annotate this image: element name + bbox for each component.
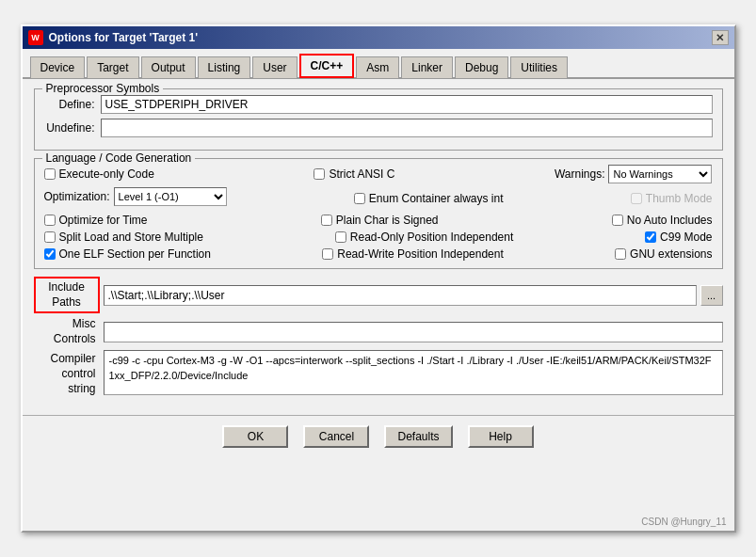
c99-mode-row: C99 Mode [645,231,712,244]
tab-debug[interactable]: Debug [455,56,508,78]
close-button[interactable]: ✕ [712,30,729,45]
enum-container-checkbox[interactable] [354,193,365,204]
gnu-extensions-checkbox[interactable] [615,248,626,260]
preprocessor-group: Preprocessor Symbols Define: Undefine: [34,88,723,151]
bottom-bar: OK Cancel Defaults Help [23,415,734,455]
dialog-title: Options for Target 'Target 1' [49,31,199,44]
optimize-time-row: Optimize for Time [44,214,148,227]
compiler-string: -c99 -c -cpu Cortex-M3 -g -W -O1 --apcs=… [104,350,723,395]
optimization-row: Optimization: Level 0 (-O0) Level 1 (-O1… [44,187,227,206]
thumb-mode-row: Thumb Mode [631,192,713,205]
tab-user[interactable]: User [252,56,297,78]
define-label: Define: [44,98,101,111]
split-load-store-checkbox[interactable] [44,231,56,243]
tab-bar: Device Target Output Listing User C/C++ … [23,49,734,79]
execute-only-row: Execute-only Code [44,167,154,181]
thumb-mode-label: Thumb Mode [646,192,713,205]
plain-char-label: Plain Char is Signed [336,214,439,227]
gnu-extensions-label: GNU extensions [630,247,712,261]
optimize-time-label: Optimize for Time [59,214,148,227]
gnu-extensions-row: GNU extensions [615,247,712,261]
include-paths-browse[interactable]: ... [700,285,723,306]
tab-asm[interactable]: Asm [356,56,399,78]
readwrite-pos-indep-checkbox[interactable] [322,248,333,260]
language-group-label: Language / Code Generation [42,151,196,165]
readwrite-pos-indep-label: Read-Write Position Independent [337,247,504,261]
readonly-pos-indep-checkbox[interactable] [335,231,346,243]
execute-only-checkbox[interactable] [44,168,56,180]
include-paths-label: Include Paths [34,277,100,313]
optimization-select[interactable]: Level 0 (-O0) Level 1 (-O1) Level 2 (-O2… [114,187,227,206]
optimization-label: Optimization: [44,190,110,203]
ok-button[interactable]: OK [222,425,288,448]
split-load-store-row: Split Load and Store Multiple [44,231,203,244]
dialog: W Options for Target 'Target 1' ✕ Device… [21,24,736,533]
tab-target[interactable]: Target [87,56,138,78]
undefine-row: Undefine: [44,119,713,137]
split-load-store-label: Split Load and Store Multiple [59,231,203,244]
c99-mode-checkbox[interactable] [645,231,656,243]
c99-mode-label: C99 Mode [660,231,712,244]
title-bar: W Options for Target 'Target 1' ✕ [23,26,734,49]
content: Preprocessor Symbols Define: Undefine: L… [23,79,734,409]
no-auto-includes-label: No Auto Includes [627,214,713,227]
plain-char-checkbox[interactable] [321,215,332,226]
define-input[interactable] [101,95,713,114]
tab-linker[interactable]: Linker [401,56,453,78]
enum-container-row: Enum Container always int [354,192,504,205]
tab-device[interactable]: Device [30,56,86,78]
undefine-label: Undefine: [44,121,101,135]
readwrite-pos-indep-row: Read-Write Position Independent [322,247,504,261]
language-group: Language / Code Generation Execute-only … [34,158,723,269]
compiler-label: Compiler control string [34,350,100,396]
enum-container-label: Enum Container always int [369,192,504,205]
one-elf-section-row: One ELF Section per Function [44,247,211,261]
compiler-row: Compiler control string -c99 -c -cpu Cor… [34,350,723,396]
undefine-input[interactable] [101,119,713,137]
thumb-mode-checkbox[interactable] [631,193,642,204]
tab-cpp[interactable]: C/C++ [299,54,355,78]
optimize-time-checkbox[interactable] [44,215,56,226]
no-auto-includes-row: No Auto Includes [612,214,713,227]
define-row: Define: [44,95,713,114]
no-auto-includes-checkbox[interactable] [612,215,623,226]
strict-ansi-label: Strict ANSI C [329,167,394,181]
one-elf-section-checkbox[interactable] [44,248,56,260]
warnings-select[interactable]: No Warnings All Warnings MISRA Warnings [608,165,712,183]
readonly-pos-indep-label: Read-Only Position Independent [350,231,513,244]
tab-listing[interactable]: Listing [198,56,251,78]
include-paths-row: Include Paths ... [34,277,723,313]
defaults-button[interactable]: Defaults [384,425,452,448]
warnings-row: Warnings: No Warnings All Warnings MISRA… [555,165,713,183]
plain-char-row: Plain Char is Signed [321,214,439,227]
watermark: CSDN @Hungry_11 [641,517,726,527]
readonly-pos-indep-row: Read-Only Position Independent [335,231,513,244]
misc-controls-row: Misc Controls [34,317,723,346]
help-button[interactable]: Help [468,425,534,448]
warnings-label: Warnings: [555,167,605,181]
cancel-button[interactable]: Cancel [303,425,369,448]
one-elf-section-label: One ELF Section per Function [59,247,211,261]
preprocessor-group-label: Preprocessor Symbols [42,82,164,95]
strict-ansi-checkbox[interactable] [314,168,325,180]
strict-ansi-row: Strict ANSI C [314,167,394,181]
tab-output[interactable]: Output [141,56,196,78]
title-bar-left: W Options for Target 'Target 1' [28,30,199,45]
app-icon: W [28,30,43,45]
include-paths-input[interactable] [104,285,697,306]
tab-utilities[interactable]: Utilities [510,56,568,78]
misc-controls-label: Misc Controls [34,317,100,346]
misc-controls-input[interactable] [104,322,723,342]
execute-only-label: Execute-only Code [59,167,154,181]
